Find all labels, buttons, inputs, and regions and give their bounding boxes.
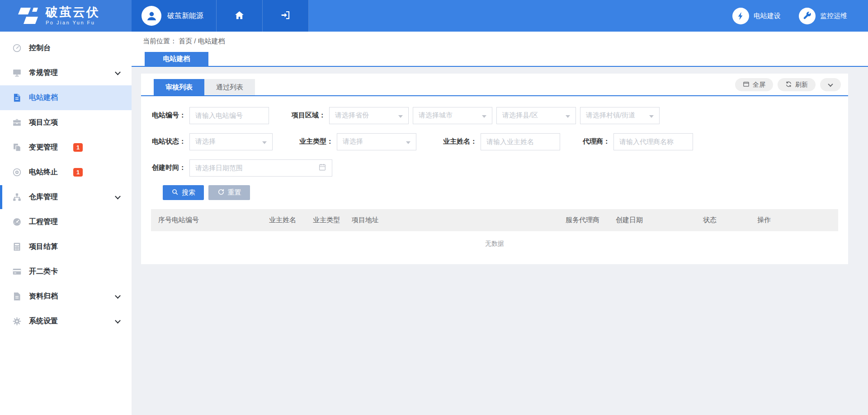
sidebar-item-label: 工程管理: [29, 217, 58, 227]
panel-tab-bar: 审核列表 通过列表 全屏 刷新: [141, 74, 848, 96]
col-actions: 操作: [757, 216, 838, 224]
lightning-icon: [732, 8, 749, 24]
topbar-nav: 电站建设 监控运维: [732, 0, 868, 32]
logout-button[interactable]: [263, 0, 309, 32]
app-logo: 破茧云伏 Po Jian Yun Fu: [0, 0, 132, 32]
owner-type-value: 请选择: [343, 137, 363, 146]
province-select[interactable]: 请选择省份: [329, 107, 409, 124]
col-status: 状态: [703, 216, 757, 224]
sidebar: 控制台 常规管理 电站建档 项目立项 变更管理 1 电站终止 1 仓库管理 工程…: [0, 32, 132, 415]
city-select-value: 请选择城市: [419, 111, 453, 120]
sidebar-item-label: 电站终止: [29, 168, 58, 177]
logo-icon: [17, 6, 39, 26]
page-tab-station-archive[interactable]: 电站建档: [145, 52, 208, 66]
sitemap-icon: [12, 192, 22, 202]
sign-in-icon: [280, 10, 291, 22]
chevron-down-icon: [115, 293, 121, 298]
credit-card-icon: [12, 267, 22, 277]
reset-button[interactable]: 重置: [208, 185, 250, 200]
station-archive-panel: 审核列表 通过列表 全屏 刷新 电站编号： 项目区域：: [141, 74, 848, 264]
sidebar-item-warehouse-management[interactable]: 仓库管理: [0, 185, 132, 210]
chevron-down-icon: [115, 193, 121, 199]
owner-name-input[interactable]: [481, 133, 560, 150]
sidebar-item-console[interactable]: 控制台: [0, 36, 132, 61]
col-create-date: 创建日期: [616, 216, 703, 224]
fullscreen-button[interactable]: 全屏: [735, 78, 773, 91]
tab-review-list[interactable]: 审核列表: [154, 79, 204, 95]
station-no-input[interactable]: [189, 107, 269, 124]
gauge-icon: [12, 217, 22, 227]
sidebar-item-project-settlement[interactable]: 项目结算: [0, 234, 132, 259]
county-select[interactable]: 请选择县/区: [496, 107, 576, 124]
town-select[interactable]: 请选择村镇/街道: [580, 107, 660, 124]
reset-label: 重置: [228, 188, 241, 197]
topbar: 破茧云伏 Po Jian Yun Fu 破茧新能源 电站建设: [0, 0, 868, 32]
region-label: 项目区域：: [292, 111, 326, 120]
results-table: 序号 电站编号 业主姓名 业主类型 项目地址 服务代理商 创建日期 状态 操作 …: [151, 209, 838, 256]
sidebar-item-label: 项目立项: [29, 118, 58, 127]
county-select-value: 请选择县/区: [502, 111, 538, 120]
company-name: 破茧新能源: [167, 11, 203, 21]
sidebar-item-label: 开二类卡: [29, 267, 58, 276]
nav-station-build-label: 电站建设: [754, 12, 781, 20]
sidebar-item-project-initiation[interactable]: 项目立项: [0, 110, 132, 135]
refresh-label: 刷新: [795, 81, 808, 89]
logo-title: 破茧云伏: [46, 6, 100, 19]
nav-monitor-ops[interactable]: 监控运维: [799, 8, 847, 24]
collapse-filters-button[interactable]: [820, 78, 841, 91]
search-button[interactable]: 搜索: [163, 185, 204, 200]
empty-state: 无数据: [151, 231, 838, 256]
sidebar-item-card-opening[interactable]: 开二类卡: [0, 259, 132, 284]
table-header: 序号 电站编号 业主姓名 业主类型 项目地址 服务代理商 创建日期 状态 操作: [151, 209, 838, 231]
notification-badge: 1: [73, 143, 83, 152]
topbar-session-group: 破茧新能源: [132, 0, 309, 32]
user-menu[interactable]: 破茧新能源: [132, 0, 217, 32]
date-range-picker[interactable]: [189, 159, 332, 177]
station-status-select[interactable]: 请选择: [189, 133, 273, 150]
chevron-down-icon: [115, 69, 121, 75]
refresh-button[interactable]: 刷新: [778, 78, 816, 91]
home-icon: [234, 10, 245, 22]
sidebar-item-change-management[interactable]: 变更管理 1: [0, 135, 132, 160]
col-owner-name: 业主姓名: [269, 216, 313, 224]
sidebar-item-station-archive[interactable]: 电站建档: [0, 85, 132, 110]
col-station-no: 电站编号: [172, 216, 269, 224]
copy-pages-icon: [12, 143, 22, 153]
sidebar-item-system-settings[interactable]: 系统设置: [0, 309, 132, 334]
col-index: 序号: [158, 216, 172, 224]
province-select-value: 请选择省份: [335, 111, 369, 120]
main-content: 审核列表 通过列表 全屏 刷新 电站编号： 项目区域：: [132, 68, 868, 415]
dashboard-icon: [12, 43, 22, 53]
sidebar-item-label: 常规管理: [29, 68, 58, 78]
panel-toolbar: 全屏 刷新: [735, 78, 841, 91]
fullscreen-icon: [743, 81, 750, 89]
gear-icon: [12, 317, 22, 326]
nav-station-build[interactable]: 电站建设: [732, 8, 781, 24]
date-range-input[interactable]: [195, 164, 318, 172]
target-icon: [12, 168, 22, 177]
nav-monitor-ops-label: 监控运维: [820, 12, 847, 20]
sidebar-item-data-archive[interactable]: 资料归档: [0, 284, 132, 309]
breadcrumb: 当前位置： 首页 / 电站建档: [143, 37, 225, 46]
calendar-icon: [318, 163, 326, 173]
sidebar-item-engineering-management[interactable]: 工程管理: [0, 210, 132, 234]
town-select-value: 请选择村镇/街道: [586, 111, 635, 120]
agent-input[interactable]: [613, 133, 693, 150]
agent-label: 代理商：: [583, 137, 610, 146]
breadcrumb-path[interactable]: 首页 / 电站建档: [179, 37, 225, 45]
station-status-label: 电站状态：: [152, 137, 186, 146]
notification-badge: 1: [73, 168, 83, 177]
document-icon: [12, 93, 22, 103]
owner-type-select[interactable]: 请选择: [337, 133, 416, 150]
home-button[interactable]: [217, 0, 263, 32]
calculator-icon: [12, 242, 22, 252]
sidebar-item-general-management[interactable]: 常规管理: [0, 61, 132, 85]
sidebar-item-station-termination[interactable]: 电站终止 1: [0, 160, 132, 185]
city-select[interactable]: 请选择城市: [413, 107, 492, 124]
chevron-down-icon: [828, 81, 833, 86]
create-time-label: 创建时间：: [152, 163, 186, 172]
briefcase-icon: [12, 118, 22, 128]
owner-type-label: 业主类型：: [299, 137, 333, 146]
col-service-agent: 服务代理商: [566, 216, 616, 224]
tab-passed-list[interactable]: 通过列表: [204, 79, 255, 95]
